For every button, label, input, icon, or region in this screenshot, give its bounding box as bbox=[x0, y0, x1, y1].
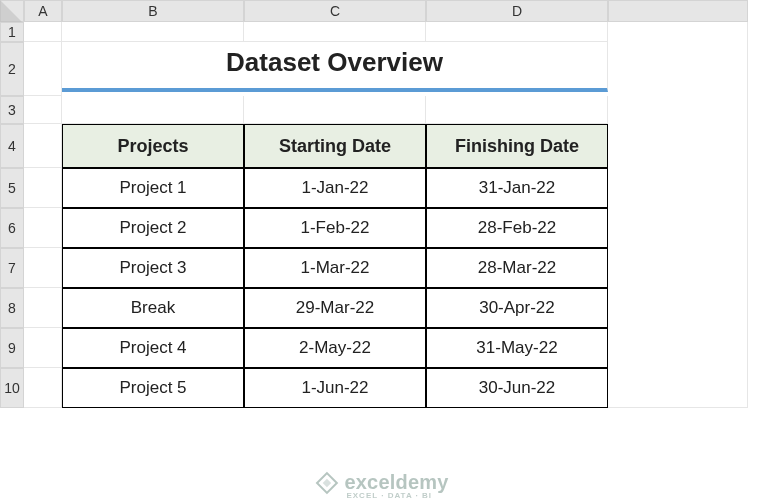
col-header-B[interactable]: B bbox=[62, 0, 244, 22]
table-header-finish[interactable]: Finishing Date bbox=[426, 124, 608, 168]
cell-A10[interactable] bbox=[24, 368, 62, 408]
cell-A5[interactable] bbox=[24, 168, 62, 208]
table-header-projects[interactable]: Projects bbox=[62, 124, 244, 168]
table-cell-start[interactable]: 29-Mar-22 bbox=[244, 288, 426, 328]
table-header-start[interactable]: Starting Date bbox=[244, 124, 426, 168]
cell-A4[interactable] bbox=[24, 124, 62, 168]
cell-A9[interactable] bbox=[24, 328, 62, 368]
row-header-1[interactable]: 1 bbox=[0, 22, 24, 42]
table-cell-finish[interactable]: 30-Apr-22 bbox=[426, 288, 608, 328]
table-cell-start[interactable]: 2-May-22 bbox=[244, 328, 426, 368]
cell-C1[interactable] bbox=[244, 22, 426, 42]
table-cell-project[interactable]: Break bbox=[62, 288, 244, 328]
table-cell-finish[interactable]: 28-Mar-22 bbox=[426, 248, 608, 288]
cell-A8[interactable] bbox=[24, 288, 62, 328]
table-cell-start[interactable]: 1-Feb-22 bbox=[244, 208, 426, 248]
table-cell-finish[interactable]: 31-May-22 bbox=[426, 328, 608, 368]
row-header-3[interactable]: 3 bbox=[0, 96, 24, 124]
row-header-7[interactable]: 7 bbox=[0, 248, 24, 288]
table-cell-project[interactable]: Project 3 bbox=[62, 248, 244, 288]
cell-B1[interactable] bbox=[62, 22, 244, 42]
row-header-10[interactable]: 10 bbox=[0, 368, 24, 408]
col-header-A[interactable]: A bbox=[24, 0, 62, 22]
cell-B3[interactable] bbox=[62, 96, 244, 124]
select-all-triangle[interactable] bbox=[0, 0, 22, 22]
table-cell-project[interactable]: Project 4 bbox=[62, 328, 244, 368]
row-header-2[interactable]: 2 bbox=[0, 42, 24, 96]
cell-E-fill[interactable] bbox=[608, 22, 748, 408]
cell-A1[interactable] bbox=[24, 22, 62, 42]
row-header-9[interactable]: 9 bbox=[0, 328, 24, 368]
table-cell-finish[interactable]: 30-Jun-22 bbox=[426, 368, 608, 408]
table-cell-start[interactable]: 1-Jan-22 bbox=[244, 168, 426, 208]
row-header-4[interactable]: 4 bbox=[0, 124, 24, 168]
col-header-D[interactable]: D bbox=[426, 0, 608, 22]
table-cell-start[interactable]: 1-Jun-22 bbox=[244, 368, 426, 408]
row-header-5[interactable]: 5 bbox=[0, 168, 24, 208]
table-cell-finish[interactable]: 31-Jan-22 bbox=[426, 168, 608, 208]
cell-D1[interactable] bbox=[426, 22, 608, 42]
watermark-tagline: EXCEL · DATA · BI bbox=[346, 491, 432, 500]
spreadsheet-grid: A B C D 1 2 3 4 5 6 7 8 9 10 Dataset Ove… bbox=[0, 0, 767, 408]
table-cell-finish[interactable]: 28-Feb-22 bbox=[426, 208, 608, 248]
table-cell-project[interactable]: Project 1 bbox=[62, 168, 244, 208]
col-header-C[interactable]: C bbox=[244, 0, 426, 22]
row-header-8[interactable]: 8 bbox=[0, 288, 24, 328]
cell-A2[interactable] bbox=[24, 42, 62, 96]
cell-A7[interactable] bbox=[24, 248, 62, 288]
page-title[interactable]: Dataset Overview bbox=[62, 42, 608, 92]
cell-C3[interactable] bbox=[244, 96, 426, 124]
watermark: exceldemy EXCEL · DATA · BI bbox=[318, 471, 448, 494]
table-cell-start[interactable]: 1-Mar-22 bbox=[244, 248, 426, 288]
table-cell-project[interactable]: Project 2 bbox=[62, 208, 244, 248]
watermark-brand: exceldemy bbox=[344, 471, 448, 493]
watermark-logo-icon bbox=[315, 471, 338, 494]
cell-A3[interactable] bbox=[24, 96, 62, 124]
cell-D3[interactable] bbox=[426, 96, 608, 124]
col-header-blank bbox=[608, 0, 748, 22]
cell-A6[interactable] bbox=[24, 208, 62, 248]
table-cell-project[interactable]: Project 5 bbox=[62, 368, 244, 408]
row-header-6[interactable]: 6 bbox=[0, 208, 24, 248]
